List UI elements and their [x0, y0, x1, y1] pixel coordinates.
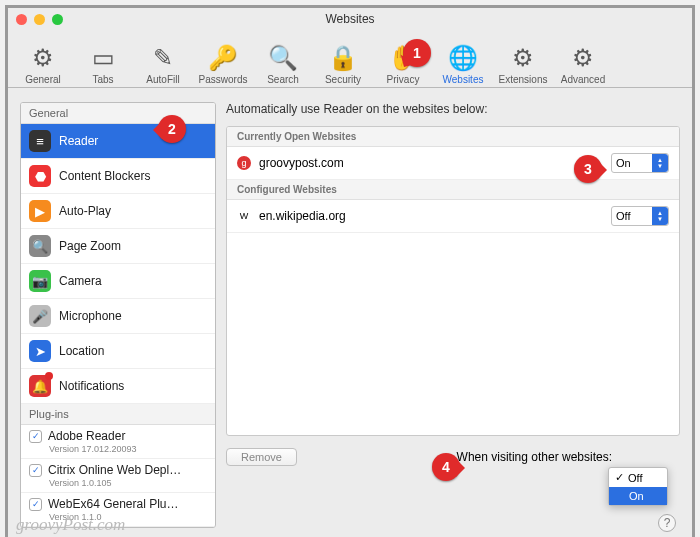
location-icon: ➤ — [29, 340, 51, 362]
tab-advanced[interactable]: ⚙Advanced — [554, 31, 612, 87]
open-websites-header: Currently Open Websites — [227, 127, 679, 147]
sidebar-section-general: General — [21, 103, 215, 124]
reader-select-wikipedia[interactable]: Off▲▼ — [611, 206, 669, 226]
check-icon: ✓ — [615, 471, 624, 484]
window-title: Websites — [8, 12, 692, 26]
slider-icon: ⚙ — [32, 42, 54, 74]
other-websites-label: When visiting other websites: — [457, 450, 612, 464]
content-heading: Automatically use Reader on the websites… — [226, 102, 680, 116]
annotation-callout-2: 2 — [158, 115, 186, 143]
lock-icon: 🔒 — [328, 42, 358, 74]
tab-autofill[interactable]: ✎AutoFill — [134, 31, 192, 87]
help-button[interactable]: ? — [658, 514, 676, 532]
sidebar-item-page-zoom[interactable]: 🔍Page Zoom — [21, 229, 215, 264]
gear-icon: ⚙ — [512, 42, 534, 74]
zoom-icon: 🔍 — [29, 235, 51, 257]
pencil-icon: ✎ — [153, 42, 173, 74]
configured-websites-header: Configured Websites — [227, 180, 679, 200]
select-arrows-icon: ▲▼ — [652, 207, 668, 225]
preferences-toolbar: ⚙General ▭Tabs ✎AutoFill 🔑Passwords 🔍Sea… — [8, 30, 692, 88]
option-off[interactable]: ✓Off — [609, 468, 667, 487]
tab-tabs[interactable]: ▭Tabs — [74, 31, 132, 87]
watermark: groovyPost.com — [16, 515, 125, 535]
sidebar-item-content-blockers[interactable]: ⬣Content Blockers — [21, 159, 215, 194]
option-on[interactable]: On — [609, 487, 667, 505]
reader-icon: ≡ — [29, 130, 51, 152]
plugin-checkbox[interactable]: ✓ — [29, 498, 42, 511]
plugin-checkbox[interactable]: ✓ — [29, 430, 42, 443]
notification-badge-icon — [45, 372, 53, 380]
favicon-icon: g — [237, 156, 251, 170]
camera-icon: 📷 — [29, 270, 51, 292]
annotation-callout-4: 4 — [432, 453, 460, 481]
annotation-callout-1: 1 — [403, 39, 431, 67]
annotation-callout-3: 3 — [574, 155, 602, 183]
tab-passwords[interactable]: 🔑Passwords — [194, 31, 252, 87]
key-icon: 🔑 — [208, 42, 238, 74]
select-arrows-icon: ▲▼ — [652, 154, 668, 172]
tab-general[interactable]: ⚙General — [14, 31, 72, 87]
microphone-icon: 🎤 — [29, 305, 51, 327]
tab-search[interactable]: 🔍Search — [254, 31, 312, 87]
website-row-wikipedia[interactable]: Wen.wikipedia.org Off▲▼ — [227, 200, 679, 233]
sidebar-item-microphone[interactable]: 🎤Microphone — [21, 299, 215, 334]
advanced-icon: ⚙ — [572, 42, 594, 74]
tab-security[interactable]: 🔒Security — [314, 31, 372, 87]
sidebar-item-auto-play[interactable]: ▶Auto-Play — [21, 194, 215, 229]
remove-button[interactable]: Remove — [226, 448, 297, 466]
settings-sidebar: General ≡Reader ⬣Content Blockers ▶Auto-… — [20, 102, 216, 528]
globe-icon: 🌐 — [448, 42, 478, 74]
plugin-checkbox[interactable]: ✓ — [29, 464, 42, 477]
stop-icon: ⬣ — [29, 165, 51, 187]
tab-extensions[interactable]: ⚙Extensions — [494, 31, 552, 87]
sidebar-item-notifications[interactable]: 🔔Notifications — [21, 369, 215, 404]
sidebar-section-plugins: Plug-ins — [21, 404, 215, 425]
play-icon: ▶ — [29, 200, 51, 222]
other-websites-select[interactable]: ✓Off On — [608, 467, 668, 506]
titlebar: Websites — [8, 8, 692, 30]
tab-websites[interactable]: 🌐Websites — [434, 31, 492, 87]
tabs-icon: ▭ — [92, 42, 115, 74]
sidebar-item-location[interactable]: ➤Location — [21, 334, 215, 369]
sidebar-item-camera[interactable]: 📷Camera — [21, 264, 215, 299]
favicon-icon: W — [237, 209, 251, 223]
plugin-citrix[interactable]: ✓Citrix Online Web Depl… Version 1.0.105 — [21, 459, 215, 493]
plugin-adobe-reader[interactable]: ✓Adobe Reader Version 17.012.20093 — [21, 425, 215, 459]
search-icon: 🔍 — [268, 42, 298, 74]
reader-select-groovypost[interactable]: On▲▼ — [611, 153, 669, 173]
